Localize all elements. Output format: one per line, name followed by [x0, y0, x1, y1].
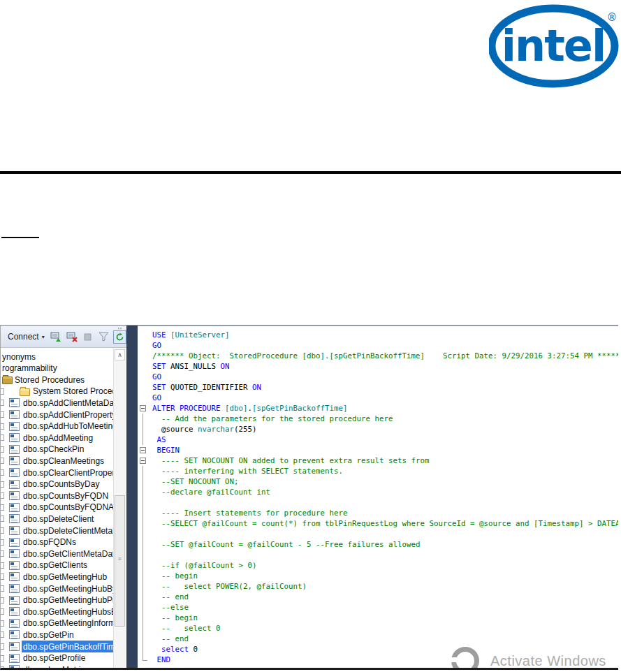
connect-button[interactable]: Connect ▾	[6, 329, 47, 344]
tree-item[interactable]: dbo.spCountsByDay	[1, 479, 113, 490]
tree-item[interactable]: dbo.spFQDNs	[1, 536, 113, 548]
code-token: GO	[152, 372, 161, 381]
tree-item-label: ynonyms	[2, 352, 36, 362]
chevron-down-icon: ▾	[42, 334, 45, 340]
tree-item[interactable]: rogrammability	[1, 363, 113, 374]
code-token	[152, 645, 161, 654]
panel-splitter[interactable]	[126, 326, 138, 668]
expand-toggle-icon[interactable]	[1, 400, 4, 406]
code-line: --SELECT @failCount = count(*) from tblP…	[152, 518, 618, 529]
tree-item-label: dbo.spGetMeetingInformat	[23, 618, 113, 628]
code-line: USE [UniteServer]	[152, 330, 230, 340]
connect-button-label: Connect	[8, 332, 39, 342]
sql-query-editor[interactable]: USE [UniteServer]GO/****** Object: Store…	[138, 326, 618, 668]
tree-item[interactable]: dbo.spGetMeetingHubProp	[1, 594, 113, 606]
stop-icon[interactable]	[81, 330, 94, 344]
stored-procedure-icon	[9, 456, 20, 465]
tree-item-label: dbo.spGetMeetingHubProp	[23, 595, 113, 605]
code-token: SET	[152, 362, 170, 371]
tree-item[interactable]: ynonyms	[1, 351, 113, 363]
code-token: SET	[152, 383, 170, 392]
collapse-region-icon[interactable]	[140, 447, 146, 453]
disconnect-server-icon[interactable]	[66, 330, 79, 344]
expand-toggle-icon[interactable]	[1, 516, 4, 522]
tree-item[interactable]: dbo.spGetClients	[1, 560, 113, 571]
tree-item[interactable]: dbo.spCountsByFQDNAnd	[1, 502, 113, 513]
tree-item[interactable]: dbo.spCheckPin	[1, 444, 113, 455]
tree-item[interactable]: System Stored Procedures	[1, 386, 113, 397]
outline-guide-line	[143, 634, 143, 644]
expand-toggle-icon[interactable]	[1, 585, 4, 592]
tree-item[interactable]: dbo.spDeleteClient	[1, 513, 113, 525]
expand-toggle-icon[interactable]	[1, 411, 4, 418]
connect-server-icon[interactable]	[50, 330, 63, 344]
code-token: END	[157, 655, 171, 664]
filter-icon[interactable]	[97, 330, 110, 344]
tree-item-label: dbo.spClearClientPropertie	[23, 468, 113, 478]
expand-toggle-icon[interactable]	[1, 458, 4, 464]
expand-toggle-icon[interactable]	[1, 388, 4, 395]
tree-item[interactable]: dbo.spGetMeetingInformat	[1, 618, 113, 629]
tree-item[interactable]: dbo.spAddClientProperty	[1, 409, 113, 421]
object-explorer-tree[interactable]: ynonymsrogrammabilityStored ProceduresSy…	[1, 349, 113, 668]
expand-toggle-icon[interactable]	[1, 492, 4, 499]
expand-toggle-icon[interactable]	[1, 562, 4, 569]
stored-procedure-icon	[9, 538, 20, 547]
expand-toggle-icon[interactable]	[1, 666, 4, 668]
expand-toggle-icon[interactable]	[1, 527, 4, 534]
expand-toggle-icon[interactable]	[1, 550, 4, 557]
scrollbar-thumb[interactable]: ≡	[115, 495, 125, 627]
collapse-region-icon[interactable]	[140, 458, 146, 464]
stored-procedure-icon	[9, 561, 20, 570]
tree-item[interactable]: dbo.spCountsByFQDN	[1, 490, 113, 502]
outline-guide-line	[143, 550, 143, 560]
tree-item-selected[interactable]: dbo.spGetPinBackoffTime	[1, 641, 113, 652]
section-divider-rule	[0, 171, 621, 174]
expand-toggle-icon[interactable]	[1, 608, 4, 615]
expand-toggle-icon[interactable]	[1, 423, 4, 430]
stored-procedure-icon	[9, 410, 20, 419]
collapse-region-icon[interactable]	[140, 405, 146, 411]
expand-toggle-icon[interactable]	[1, 504, 4, 511]
tree-item[interactable]: dbo.spCleanMeetings	[1, 455, 113, 467]
tree-item[interactable]: dbo.spGetMeetingHubByFQ	[1, 583, 113, 594]
expand-toggle-icon[interactable]	[1, 539, 4, 546]
tree-item[interactable]: dbo.spGetProfile	[1, 652, 113, 664]
stored-procedure-icon	[9, 596, 20, 605]
code-token: [spGetPinBackoffTime]	[252, 404, 348, 413]
tree-item[interactable]: dbo.spGetMeetingHubsByM	[1, 606, 113, 618]
outline-guide-line	[143, 623, 143, 634]
tree-item[interactable]: dbo.spGetPin	[1, 629, 113, 641]
outline-guide-line	[143, 424, 143, 434]
tree-item[interactable]: dbo.spDeleteClientMetaDat	[1, 525, 113, 536]
tree-item[interactable]: dbo.spGetClientMetaData	[1, 548, 113, 560]
expand-toggle-icon[interactable]	[1, 434, 4, 441]
expand-toggle-icon[interactable]	[1, 655, 4, 662]
expand-toggle-icon[interactable]	[1, 574, 4, 580]
code-line: ---- Insert statements for procedure her…	[152, 508, 348, 518]
tree-scrollbar[interactable]: ∧ ≡	[113, 349, 126, 668]
expand-toggle-icon[interactable]	[1, 469, 4, 476]
registered-mark: ®	[607, 11, 618, 24]
expand-toggle-icon[interactable]	[1, 446, 4, 453]
code-token: --declare @failCount int	[152, 488, 270, 497]
code-line: --declare @failCount int	[152, 487, 270, 497]
expand-toggle-icon[interactable]	[1, 643, 4, 650]
tree-item[interactable]: dbo.spLogMetric	[1, 664, 113, 668]
tree-item-label: dbo.spAddClientMetaData	[23, 398, 113, 408]
tree-item[interactable]: dbo.spAddHubToMeeting	[1, 421, 113, 432]
expand-toggle-icon[interactable]	[1, 597, 4, 604]
code-token: 0	[189, 645, 198, 654]
tree-item-label: dbo.spCountsByFQDNAnd	[23, 502, 113, 512]
tree-item-label: dbo.spAddHubToMeeting	[23, 421, 113, 431]
expand-toggle-icon[interactable]	[1, 481, 4, 488]
expand-toggle-icon[interactable]	[1, 620, 4, 627]
tree-item[interactable]: dbo.spAddClientMetaData	[1, 397, 113, 409]
code-line: GO	[152, 340, 161, 351]
expand-toggle-icon[interactable]	[1, 631, 4, 638]
tree-item[interactable]: dbo.spClearClientPropertie	[1, 467, 113, 479]
tree-item[interactable]: dbo.spGetMeetingHub	[1, 571, 113, 583]
scrollbar-up-arrow[interactable]: ∧	[115, 349, 125, 360]
tree-item[interactable]: Stored Procedures	[1, 374, 113, 386]
tree-item[interactable]: dbo.spAddMeeting	[1, 432, 113, 444]
